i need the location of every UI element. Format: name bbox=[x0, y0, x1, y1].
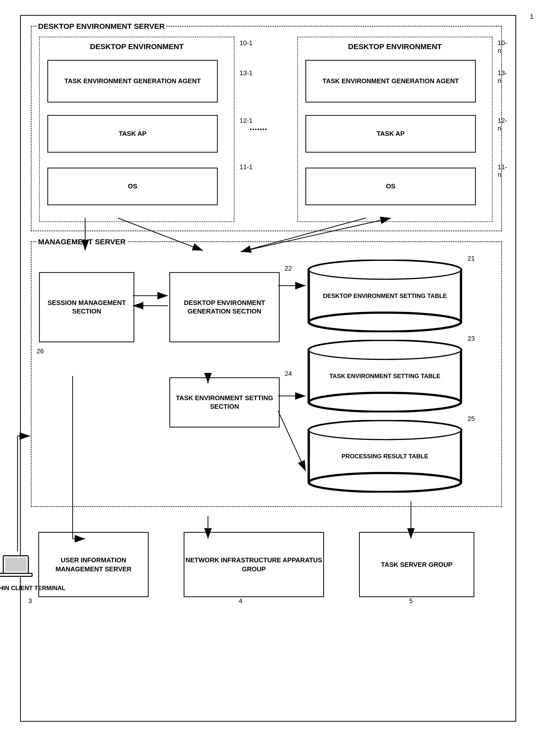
prt-label: PROCESSING RESULT TABLE bbox=[342, 452, 428, 460]
taskapn-box: TASK AP bbox=[305, 115, 476, 153]
ref-11-1: 11-1 bbox=[240, 163, 253, 171]
ref-3: 3 bbox=[28, 597, 32, 605]
osn-box: OS bbox=[305, 168, 476, 205]
mgmt-server-label: MANAGEMENT SERVER bbox=[37, 238, 127, 246]
tega1-box: TASK ENVIRONMENT GENERATION AGENT bbox=[47, 60, 218, 102]
taskapn-label: TASK AP bbox=[377, 130, 404, 138]
ref-25: 25 bbox=[468, 415, 475, 423]
os1-label: OS bbox=[128, 182, 137, 191]
ref-23: 23 bbox=[468, 335, 475, 343]
svg-rect-14 bbox=[0, 573, 32, 576]
sms-label: SESSION MANAGEMENT SECTION bbox=[40, 299, 134, 316]
tess-box: TASK ENVIRONMENT SETTING SECTION bbox=[169, 377, 280, 427]
tsg-box: TASK SERVER GROUP bbox=[359, 532, 474, 597]
tegan-label: TASK ENVIRONMENT GENERATION AGENT bbox=[322, 77, 459, 85]
ref-4: 4 bbox=[239, 597, 242, 605]
des-server-box: DESKTOP ENVIRONMENT SERVER DESKTOP ENVIR… bbox=[31, 26, 502, 231]
os1-box: OS bbox=[47, 168, 218, 205]
ref-1: 1 bbox=[530, 13, 534, 21]
svg-point-10 bbox=[309, 473, 461, 492]
ref-26: 26 bbox=[37, 347, 44, 355]
ref-5: 5 bbox=[409, 597, 413, 605]
ref-24: 24 bbox=[285, 370, 292, 378]
de-box-1: DESKTOP ENVIRONMENT TASK ENVIRONMENT GEN… bbox=[39, 37, 235, 222]
osn-label: OS bbox=[386, 182, 395, 191]
mgmt-server-box: MANAGEMENT SERVER SESSION MANAGEMENT SEC… bbox=[31, 241, 502, 507]
ref-12-n: 12-n bbox=[498, 117, 507, 132]
ref-13-n: 13-n bbox=[498, 69, 507, 85]
niag-box: NETWORK INFRASTRUCTURE APPARATUS GROUP bbox=[184, 532, 324, 597]
tega1-label: TASK ENVIRONMENT GENERATION AGENT bbox=[64, 77, 201, 85]
de1-label: DESKTOP ENVIRONMENT bbox=[40, 42, 234, 51]
uims-label: USER INFORMATION MANAGEMENT SERVER bbox=[39, 556, 148, 574]
prt-cylinder: PROCESSING RESULT TABLE bbox=[307, 420, 463, 493]
thin-client-area bbox=[0, 532, 41, 582]
test-cylinder: TASK ENVIRONMENT SETTING TABLE bbox=[307, 340, 463, 412]
dots-label: ....... bbox=[250, 122, 267, 132]
ref-13-1: 13-1 bbox=[240, 69, 253, 77]
degs-box: DESKTOP ENVIRONMENT GENERATION SECTION bbox=[169, 272, 280, 342]
ref-22: 22 bbox=[285, 265, 292, 272]
test-label: TASK ENVIRONMENT SETTING TABLE bbox=[329, 372, 440, 380]
laptop-icon bbox=[0, 555, 33, 582]
taskap1-label: TASK AP bbox=[119, 130, 146, 138]
niag-label: NETWORK INFRASTRUCTURE APPARATUS GROUP bbox=[184, 556, 323, 574]
de-box-n: DESKTOP ENVIRONMENT TASK ENVIRONMENT GEN… bbox=[297, 37, 493, 222]
taskap1-box: TASK AP bbox=[47, 115, 218, 153]
des-server-label: DESKTOP ENVIRONMENT SERVER bbox=[37, 22, 166, 31]
svg-point-6 bbox=[309, 393, 461, 412]
tess-label: TASK ENVIRONMENT SETTING SECTION bbox=[170, 394, 279, 411]
svg-point-2 bbox=[309, 313, 461, 332]
ref-10-1: 10-1 bbox=[240, 39, 253, 47]
dest-cylinder: DESKTOP ENVIRONMENT SETTING TABLE bbox=[307, 260, 463, 332]
main-outer-border: DESKTOP ENVIRONMENT SERVER DESKTOP ENVIR… bbox=[20, 15, 516, 722]
den-label: DESKTOP ENVIRONMENT bbox=[298, 42, 492, 51]
ref-21: 21 bbox=[468, 255, 475, 262]
svg-point-3 bbox=[309, 260, 461, 279]
thin-client-label: 6: THIN CLIENT TERMINAL bbox=[0, 585, 65, 592]
svg-point-7 bbox=[309, 341, 461, 359]
tsg-label: TASK SERVER GROUP bbox=[381, 560, 452, 569]
degs-label: DESKTOP ENVIRONMENT GENERATION SECTION bbox=[170, 299, 279, 316]
sms-box: SESSION MANAGEMENT SECTION bbox=[39, 272, 134, 342]
tegan-box: TASK ENVIRONMENT GENERATION AGENT bbox=[305, 60, 476, 102]
dest-label: DESKTOP ENVIRONMENT SETTING TABLE bbox=[323, 292, 447, 300]
ref-10-n: 10-n bbox=[498, 39, 507, 55]
svg-point-11 bbox=[309, 421, 461, 440]
ref-11-n: 11-n bbox=[498, 163, 507, 179]
svg-rect-13 bbox=[5, 558, 27, 572]
